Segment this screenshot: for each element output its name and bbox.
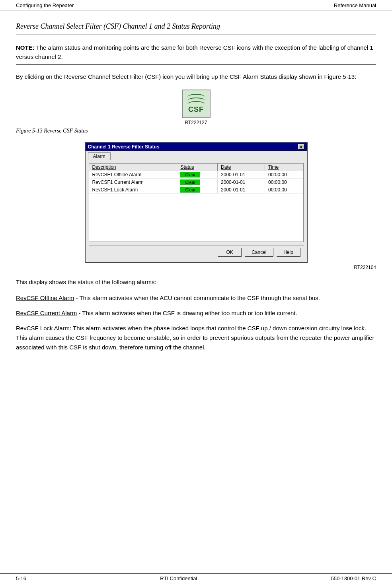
- cell-date: 2000-01-01: [218, 186, 265, 194]
- footer-left: 5-16: [16, 575, 26, 581]
- cell-time: 00:00:00: [265, 171, 303, 179]
- cell-status: Clear: [177, 179, 218, 186]
- cell-status: Clear: [177, 186, 218, 194]
- dialog-footer: OK Cancel Help: [89, 245, 304, 259]
- cell-description: RevCSF1 Lock Alarm: [89, 186, 177, 194]
- help-button[interactable]: Help: [277, 248, 300, 257]
- header-left-label: Configuring the Repeater: [16, 2, 74, 8]
- alarm-term: RevCSF Lock Alarm: [16, 325, 70, 331]
- csf-waves: [187, 94, 205, 105]
- ok-button[interactable]: OK: [218, 248, 242, 257]
- footer: 5-16 RTI Confidential 550-1300-01 Rev C: [0, 573, 392, 583]
- dialog-titlebar: Channel 1 Reverse Filter Status ×: [86, 143, 307, 151]
- alarm-paragraph-1: RevCSF Current Alarm - This alarm activa…: [16, 308, 376, 318]
- table-row: RevCSF1 Lock AlarmClear2000-01-0100:00:0…: [89, 186, 303, 194]
- alarm-text: - This alarm activates when the CSF is d…: [77, 310, 297, 316]
- dialog-close-button[interactable]: ×: [298, 144, 304, 150]
- figure-label: Figure 5-13: [16, 128, 43, 134]
- table-row: RevCSF1 Current AlarmClear2000-01-0100:0…: [89, 179, 303, 186]
- main-content: Reverse Channel Select Filter (CSF) Chan…: [0, 10, 392, 382]
- alarm-descriptions: RevCSF Offline Alarm - This alarm activa…: [16, 293, 376, 352]
- footer-center: RTI Confidential: [160, 575, 197, 581]
- note-body: The alarm status and monitoring points a…: [16, 44, 373, 60]
- col-header-description: Description: [89, 164, 177, 171]
- dialog-window: Channel 1 Reverse Filter Status × Alarm …: [85, 142, 308, 263]
- col-header-time: Time: [265, 164, 303, 171]
- dialog-title: Channel 1 Reverse Filter Status: [88, 144, 160, 150]
- alarm-text: - This alarm activates when the ACU cann…: [74, 294, 320, 301]
- dialog-empty-rows: [89, 194, 303, 242]
- col-header-status: Status: [177, 164, 218, 171]
- wave-line-1: [187, 94, 205, 97]
- dialog-table-container: Description Status Date Time RevCSF1 Off…: [89, 163, 304, 242]
- note-text: NOTE: The alarm status and monitoring po…: [16, 44, 373, 60]
- cell-time: 00:00:00: [265, 179, 303, 186]
- cell-description: RevCSF1 Offline Alarm: [89, 171, 177, 179]
- cell-time: 00:00:00: [265, 186, 303, 194]
- section-divider: [16, 35, 376, 35]
- csf-icon-area: CSF RT222127: [16, 90, 376, 125]
- dialog-caption: RT222104: [354, 265, 376, 270]
- cell-date: 2000-01-01: [218, 179, 265, 186]
- figure-caption: Figure 5-13 Reverse CSF Status: [16, 128, 376, 134]
- status-badge: Clear: [180, 187, 200, 193]
- csf-label: CSF: [188, 105, 204, 114]
- status-badge: Clear: [180, 172, 200, 177]
- intro-paragraph: By clicking on the Reverse Channel Selec…: [16, 72, 376, 82]
- csf-icon-caption: RT222127: [185, 120, 207, 125]
- figure-text: Reverse CSF Status: [43, 128, 88, 134]
- alarm-paragraph-0: RevCSF Offline Alarm - This alarm activa…: [16, 293, 376, 303]
- alarm-text: : This alarm activates when the phase lo…: [16, 325, 374, 351]
- table-row: RevCSF1 Offline AlarmClear2000-01-0100:0…: [89, 171, 303, 179]
- csf-icon: CSF: [182, 90, 211, 118]
- alarm-paragraph-2: RevCSF Lock Alarm: This alarm activates …: [16, 324, 376, 352]
- cell-description: RevCSF1 Current Alarm: [89, 179, 177, 186]
- col-header-date: Date: [218, 164, 265, 171]
- cancel-button[interactable]: Cancel: [245, 248, 273, 257]
- dialog-body: Description Status Date Time RevCSF1 Off…: [86, 160, 307, 262]
- dialog-tab-alarm[interactable]: Alarm: [88, 152, 111, 160]
- note-box: NOTE: The alarm status and monitoring po…: [16, 40, 376, 65]
- cell-status: Clear: [177, 171, 218, 179]
- cell-date: 2000-01-01: [218, 171, 265, 179]
- dialog-area: Channel 1 Reverse Filter Status × Alarm …: [16, 142, 376, 270]
- status-badge: Clear: [180, 179, 200, 185]
- section-title: Reverse Channel Select Filter (CSF) Chan…: [16, 22, 376, 31]
- header-right-label: Reference Manual: [334, 2, 376, 8]
- alarm-table: Description Status Date Time RevCSF1 Off…: [89, 164, 303, 194]
- footer-right: 550-1300-01 Rev C: [331, 575, 376, 581]
- header: Configuring the Repeater Reference Manua…: [0, 0, 392, 10]
- alarm-term: RevCSF Offline Alarm: [16, 294, 74, 301]
- wave-line-2: [187, 97, 205, 101]
- note-label: NOTE:: [16, 44, 35, 51]
- alarm-term: RevCSF Current Alarm: [16, 310, 77, 316]
- wave-line-3: [187, 101, 205, 104]
- status-paragraph: This display shows the status of the fol…: [16, 277, 376, 287]
- dialog-tabs: Alarm: [86, 151, 307, 160]
- table-header-row: Description Status Date Time: [89, 164, 303, 171]
